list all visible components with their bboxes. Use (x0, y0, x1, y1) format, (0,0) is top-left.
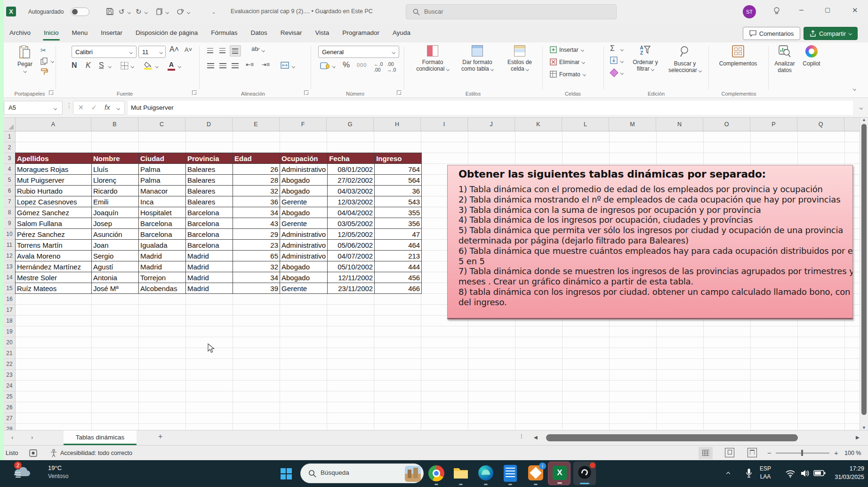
table-cell[interactable]: Ricardo (92, 186, 139, 196)
table-cell[interactable]: Madrid (186, 251, 233, 261)
hscroll-left-icon[interactable]: ◀ (534, 435, 538, 440)
row-headers[interactable]: 1234567891011121314151617181920212223242… (4, 131, 16, 430)
table-cell[interactable]: 456 (375, 272, 422, 283)
row-header-15[interactable]: 15 (4, 283, 15, 294)
minimize-button[interactable]: – (799, 6, 804, 14)
table-cell[interactable]: 12/11/2002 (328, 272, 375, 283)
alignment-dialog-launcher[interactable] (304, 90, 309, 95)
table-cell[interactable]: 32 (233, 186, 280, 196)
font-dialog-launcher[interactable] (192, 90, 197, 95)
new-sheet-icon[interactable]: + (158, 432, 162, 441)
row-header-14[interactable]: 14 (4, 272, 15, 283)
clock[interactable]: 17:2931/03/2025 (835, 464, 864, 481)
row-header-21[interactable]: 21 (4, 348, 15, 359)
table-cell[interactable]: Gómez Sanchez (16, 207, 92, 218)
row-header-23[interactable]: 23 (4, 370, 15, 381)
table-cell[interactable]: 04/07/2002 (328, 251, 375, 261)
table-cell[interactable]: Baleares (186, 175, 233, 186)
column-header-P[interactable]: P (750, 118, 797, 131)
number-format-combo[interactable]: General (318, 46, 399, 58)
column-header-H[interactable]: H (374, 118, 421, 131)
insert-function-icon[interactable]: fx (104, 103, 110, 111)
macro-record-icon[interactable] (29, 449, 37, 457)
table-cell[interactable]: 356 (375, 218, 422, 229)
undo-icon[interactable]: ↺ (119, 8, 125, 16)
grow-font-icon[interactable]: A˄ (169, 45, 179, 54)
table-cell[interactable]: Administrativo (280, 251, 328, 261)
table-cell[interactable]: Palma (139, 175, 186, 186)
fill-color-icon[interactable] (144, 61, 152, 67)
hscroll-right-icon[interactable]: ▶ (856, 435, 860, 440)
table-cell[interactable]: Gerente (280, 283, 328, 294)
table-cell[interactable]: Torrens Martín (16, 240, 92, 251)
vertical-scrollbar-thumb[interactable] (861, 124, 867, 415)
tab-datos[interactable]: Datos (244, 24, 273, 42)
clear-icon[interactable] (610, 68, 618, 77)
table-cell[interactable]: Manacor (139, 186, 186, 196)
weather-icon[interactable]: 2 (13, 464, 32, 483)
table-cell[interactable]: 27/02/2002 (328, 175, 375, 186)
table-cell[interactable]: Barcelona (139, 218, 186, 229)
namebox-splitter[interactable]: ⋮ (66, 102, 72, 109)
table-cell[interactable]: Administrativo (280, 229, 328, 240)
table-cell[interactable]: 23 (233, 240, 280, 251)
table-cell[interactable]: 04/03/2002 (328, 186, 375, 196)
row-header-27[interactable]: 27 (4, 413, 15, 424)
view-layout-button[interactable] (725, 448, 734, 457)
bold-button[interactable]: N (72, 61, 77, 70)
accessibility-status[interactable]: Accesibilidad: todo correcto (60, 446, 132, 461)
table-cell[interactable]: 05/10/2002 (328, 261, 375, 272)
addins-button[interactable]: Complementos (714, 45, 763, 67)
table-cell[interactable]: Mestre Soler (16, 272, 92, 283)
delete-cells-button[interactable]: Eliminar (550, 58, 585, 65)
tab-archivo[interactable]: Archivo (3, 24, 37, 42)
comments-button[interactable]: Comentarios (743, 27, 800, 40)
row-header-19[interactable]: 19 (4, 326, 15, 337)
view-normal-button[interactable] (699, 447, 713, 459)
name-box[interactable]: A5 (4, 101, 63, 115)
table-cell[interactable]: 355 (375, 207, 422, 218)
row-header-13[interactable]: 13 (4, 261, 15, 272)
table-cell[interactable]: Inca (139, 196, 186, 207)
data-table[interactable]: ApellidosNombreCiudadProvinciaEdadOcupac… (15, 153, 422, 294)
paste-button[interactable]: Pegar (14, 45, 36, 74)
table-cell[interactable]: 32 (233, 261, 280, 272)
table-cell[interactable]: Ruíz Mateos (16, 283, 92, 294)
table-cell[interactable]: Administrativo (280, 240, 328, 251)
file-explorer-icon[interactable] (453, 466, 469, 482)
sheet-prev-icon[interactable]: ‹ (11, 434, 13, 441)
table-cell[interactable]: Palma (139, 164, 186, 175)
table-cell[interactable]: Alcobendas (139, 283, 186, 294)
row-header-10[interactable]: 10 (4, 229, 15, 240)
hscroll-handle[interactable]: ⁞ (521, 433, 522, 440)
column-header-C[interactable]: C (138, 118, 185, 131)
underline-button[interactable]: S (99, 61, 104, 70)
row-header-5[interactable]: 5 (4, 175, 15, 186)
shrink-font-icon[interactable]: A˅ (185, 46, 192, 53)
align-left-icon[interactable] (207, 63, 214, 68)
close-button[interactable]: ✕ (852, 6, 858, 15)
column-header-G[interactable]: G (327, 118, 374, 131)
quick-access-overflow-icon[interactable]: ⌄ (212, 9, 216, 15)
table-cell[interactable]: Rubio Hurtado (16, 186, 92, 196)
table-cell[interactable]: Administrativo (280, 164, 328, 175)
table-cell[interactable]: Barcelona (139, 229, 186, 240)
table-cell[interactable]: Llorenç (92, 175, 139, 186)
avatar[interactable]: ST (743, 5, 756, 18)
table-cell[interactable]: Barcelona (186, 207, 233, 218)
table-cell[interactable]: Baleares (186, 196, 233, 207)
tab-insertar[interactable]: Insertar (94, 24, 129, 42)
table-cell[interactable]: Madrid (186, 272, 233, 283)
weather-temp[interactable]: 19°C (48, 464, 62, 471)
table-cell[interactable]: Barcelona (186, 240, 233, 251)
table-cell[interactable]: Gerente (280, 218, 328, 229)
table-header-cell[interactable]: Nombre (92, 153, 139, 164)
table-cell[interactable]: Pérez Sanchez (16, 229, 92, 240)
table-cell[interactable]: 47 (375, 229, 422, 240)
tab-f-rmulas[interactable]: Fórmulas (204, 24, 244, 42)
document-title[interactable]: Evaluacion parcial cap 9 (2).... • Guard… (231, 8, 373, 15)
chrome-icon[interactable] (428, 465, 444, 481)
row-header-7[interactable]: 7 (4, 196, 15, 207)
table-cell[interactable]: 03/05/2002 (328, 218, 375, 229)
copy-icon[interactable] (40, 57, 48, 65)
